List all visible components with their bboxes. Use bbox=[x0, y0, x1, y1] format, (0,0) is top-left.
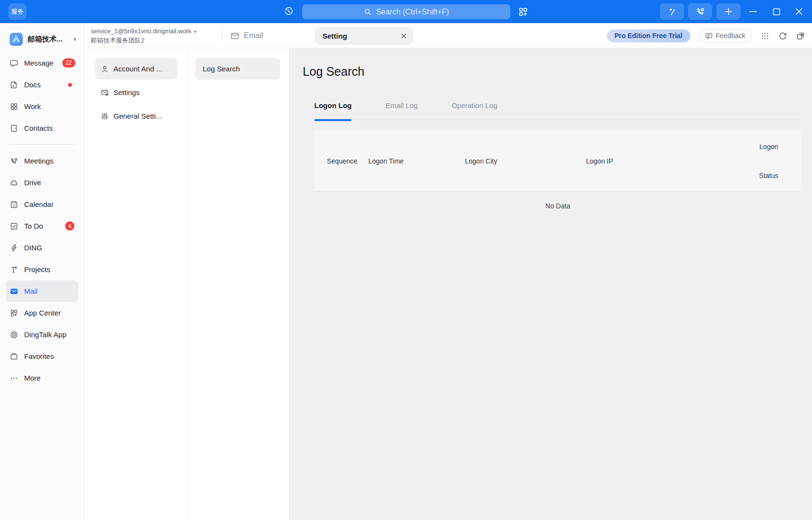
header-divider bbox=[222, 29, 223, 42]
pro-edition-badge[interactable]: Pro Edition Free Trial bbox=[607, 29, 690, 42]
window-close-button[interactable] bbox=[794, 6, 804, 17]
sidebar-item-ding[interactable]: DING bbox=[6, 237, 78, 259]
sidebar-item-mail[interactable]: Mail bbox=[6, 280, 78, 302]
org-name: 邮箱技术... bbox=[28, 35, 63, 44]
sync-icon[interactable] bbox=[778, 31, 787, 41]
sidebar-item-label: DingTalk App bbox=[24, 330, 67, 339]
mail-icon bbox=[10, 287, 18, 296]
unread-badge: 22 bbox=[62, 58, 75, 68]
settings-nav-label: General Setti... bbox=[113, 112, 162, 120]
sidebar-divider bbox=[9, 144, 75, 145]
work-icon bbox=[10, 102, 18, 111]
settings-nav-settings[interactable]: Settings bbox=[95, 82, 177, 103]
sidebar-item-contacts[interactable]: Contacts bbox=[6, 117, 78, 139]
tab-setting[interactable]: Setting bbox=[315, 27, 413, 45]
empty-state-text: No Data bbox=[314, 202, 801, 210]
page-title: Log Search bbox=[303, 65, 812, 79]
org-switcher[interactable]: 邮箱技术... ▼ bbox=[10, 33, 77, 46]
account-email: service_1@5n9x1vnu.dingmail.work bbox=[91, 27, 191, 35]
grid-dots-icon[interactable] bbox=[760, 31, 770, 41]
dingtalk-app-icon bbox=[10, 330, 18, 339]
account-switcher[interactable]: service_1@5n9x1vnu.dingmail.work▼ 邮箱技术服务… bbox=[91, 27, 197, 44]
new-chat-button[interactable] bbox=[716, 3, 741, 20]
sidebar-item-label: Projects bbox=[24, 265, 50, 274]
magic-wand-button[interactable] bbox=[660, 3, 684, 20]
sidebar-item-meetings[interactable]: Meetings bbox=[6, 150, 78, 172]
sidebar-item-favorites[interactable]: Favorites bbox=[6, 345, 78, 367]
call-button[interactable] bbox=[688, 3, 712, 20]
projects-icon bbox=[10, 265, 18, 274]
sidebar-item-label: Message bbox=[24, 59, 54, 67]
favorites-folder-icon bbox=[10, 352, 18, 361]
sidebar-item-dingtalk-app[interactable]: DingTalk App bbox=[6, 324, 78, 345]
log-tabs: Logon Log Email Log Operation Log bbox=[314, 101, 801, 120]
sidebar-item-docs[interactable]: Docs bbox=[6, 74, 78, 96]
column-header-logon-ip: Logon IP bbox=[586, 157, 750, 165]
app-badge[interactable]: 服务 bbox=[8, 3, 27, 20]
log-nav: Log Search bbox=[188, 48, 290, 520]
sidebar-item-label: More bbox=[24, 374, 41, 382]
magic-wand-icon bbox=[667, 7, 677, 16]
column-header-logon-time: Logon Time bbox=[368, 157, 465, 165]
account-team: 邮箱技术服务团队2 bbox=[91, 36, 197, 44]
window-maximize-button[interactable] bbox=[771, 6, 782, 17]
contacts-icon bbox=[10, 124, 18, 133]
sidebar-item-label: Mail bbox=[24, 287, 38, 295]
sliders-icon bbox=[100, 112, 109, 121]
titlebar: 服务 Search (Ctrl+Shift+F) bbox=[0, 0, 812, 23]
column-header-logon-status: Logon Status bbox=[752, 132, 778, 190]
message-icon bbox=[10, 59, 18, 68]
close-icon[interactable] bbox=[400, 32, 407, 40]
log-nav-log-search[interactable]: Log Search bbox=[195, 58, 280, 80]
log-nav-label: Log Search bbox=[203, 65, 240, 73]
sidebar-item-label: DING bbox=[24, 244, 42, 252]
sidebar-item-label: Favorites bbox=[24, 352, 54, 360]
todo-icon bbox=[10, 222, 18, 231]
sidebar: 邮箱技术... ▼ Message 22 Docs Work bbox=[0, 23, 84, 520]
settings-nav: Account And ... Settings General Setti..… bbox=[84, 48, 188, 520]
settings-nav-label: Account And ... bbox=[113, 65, 162, 73]
pop-out-icon[interactable] bbox=[796, 31, 805, 41]
mail-header: service_1@5n9x1vnu.dingmail.work▼ 邮箱技术服务… bbox=[84, 23, 812, 48]
sidebar-item-projects[interactable]: Projects bbox=[6, 259, 78, 280]
sidebar-item-work[interactable]: Work bbox=[6, 96, 78, 117]
history-icon[interactable] bbox=[283, 6, 294, 17]
meetings-icon bbox=[10, 157, 18, 165]
tab-email-label: Email bbox=[244, 31, 263, 40]
scan-qr-icon[interactable] bbox=[517, 6, 529, 17]
sidebar-item-calendar[interactable]: 15 Calendar bbox=[6, 193, 78, 215]
envelope-icon bbox=[230, 31, 239, 41]
feedback-button[interactable]: Feedback bbox=[699, 29, 752, 43]
sidebar-item-label: Meetings bbox=[24, 157, 54, 165]
settings-nav-general[interactable]: General Setti... bbox=[95, 105, 177, 127]
org-avatar bbox=[10, 33, 23, 46]
app-center-icon bbox=[10, 309, 18, 317]
sidebar-item-label: Drive bbox=[24, 178, 41, 187]
sidebar-item-label: Calendar bbox=[24, 200, 54, 208]
column-header-logon-city: Logon City bbox=[465, 157, 586, 165]
tab-operation-log[interactable]: Operation Log bbox=[451, 101, 497, 120]
sidebar-item-label: To Do bbox=[24, 222, 43, 230]
sidebar-item-label: App Center bbox=[24, 309, 61, 317]
calendar-icon: 15 bbox=[10, 200, 18, 209]
search-input[interactable]: Search (Ctrl+Shift+F) bbox=[302, 4, 510, 19]
window-minimize-button[interactable] bbox=[748, 6, 758, 17]
more-dots-icon bbox=[10, 374, 18, 383]
log-search-pane: Log Search Logon Log Email Log Operation… bbox=[290, 48, 812, 520]
feedback-bubble-icon bbox=[705, 32, 713, 40]
settings-nav-account[interactable]: Account And ... bbox=[95, 58, 177, 80]
search-placeholder: Search (Ctrl+Shift+F) bbox=[376, 8, 449, 16]
feedback-label: Feedback bbox=[716, 32, 745, 40]
tab-logon-log[interactable]: Logon Log bbox=[314, 101, 351, 120]
sidebar-item-todo[interactable]: To Do 4 bbox=[6, 215, 78, 237]
sidebar-item-message[interactable]: Message 22 bbox=[6, 52, 78, 74]
sidebar-item-more[interactable]: More bbox=[6, 367, 78, 389]
tab-email[interactable]: Email bbox=[230, 23, 263, 48]
todo-badge: 4 bbox=[65, 221, 74, 231]
tab-email-log[interactable]: Email Log bbox=[385, 101, 418, 120]
sidebar-item-drive[interactable]: Drive bbox=[6, 172, 78, 193]
chevron-down-icon: ▼ bbox=[193, 29, 197, 34]
ding-lightning-icon bbox=[10, 244, 18, 252]
sidebar-item-app-center[interactable]: App Center bbox=[6, 302, 78, 324]
tab-setting-label: Setting bbox=[322, 32, 347, 40]
